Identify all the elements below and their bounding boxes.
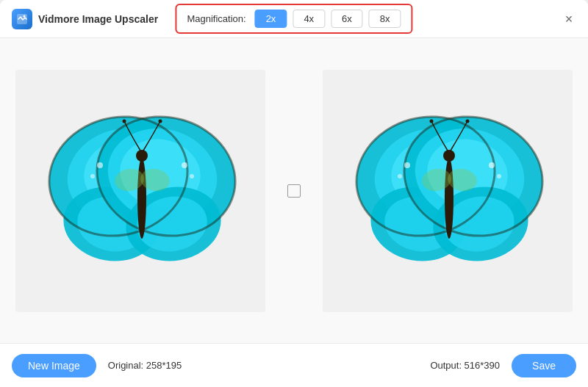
mag-btn-2x[interactable]: 2x [255, 10, 287, 28]
output-info: Output: 516*390 [430, 360, 500, 371]
svg-point-14 [137, 158, 146, 239]
svg-point-15 [136, 150, 148, 162]
svg-point-39 [466, 119, 470, 123]
logo-area: Vidmore Image Upscaler [12, 9, 158, 29]
new-image-button[interactable]: New Image [12, 354, 96, 377]
app-window: Vidmore Image Upscaler Magnification: 2x… [0, 0, 588, 387]
footer-left: New Image Original: 258*195 [12, 354, 182, 377]
magnification-label: Magnification: [187, 13, 245, 24]
svg-point-17 [159, 119, 162, 123]
original-image-panel [15, 70, 265, 312]
svg-point-43 [497, 174, 501, 178]
svg-point-21 [190, 174, 194, 178]
footer-right: Output: 516*390 Save [430, 354, 576, 377]
main-content [0, 38, 588, 343]
svg-point-19 [90, 174, 95, 178]
mag-btn-6x[interactable]: 6x [331, 10, 363, 28]
compare-divider [287, 184, 301, 198]
save-button[interactable]: Save [512, 354, 576, 377]
mag-btn-4x[interactable]: 4x [293, 10, 325, 28]
mag-btn-8x[interactable]: 8x [369, 10, 401, 28]
footer: New Image Original: 258*195 Output: 516*… [0, 343, 588, 387]
output-butterfly-image [345, 95, 551, 286]
svg-point-16 [123, 119, 126, 123]
svg-point-40 [404, 162, 410, 168]
svg-point-38 [430, 119, 434, 123]
svg-point-20 [182, 162, 187, 168]
original-info: Original: 258*195 [108, 360, 182, 371]
header: Vidmore Image Upscaler Magnification: 2x… [0, 0, 588, 38]
magnification-area: Magnification: 2x 4x 6x 8x [175, 4, 412, 34]
app-logo-icon [12, 9, 32, 29]
svg-point-36 [445, 158, 453, 239]
svg-point-1 [24, 15, 26, 17]
app-title: Vidmore Image Upscaler [38, 13, 158, 25]
svg-point-42 [489, 162, 495, 168]
close-button[interactable]: × [562, 12, 576, 26]
svg-point-41 [398, 174, 402, 178]
original-butterfly-image [37, 95, 243, 286]
svg-point-37 [443, 150, 455, 162]
output-image-panel [323, 70, 573, 312]
svg-point-18 [97, 162, 103, 168]
